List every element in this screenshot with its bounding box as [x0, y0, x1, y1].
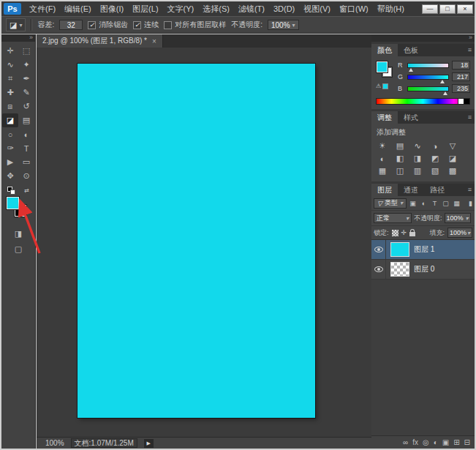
layer-0-name[interactable]: 图层 0	[414, 264, 434, 274]
panel-menu-icon[interactable]: ≡	[468, 46, 472, 53]
rectangular-marquee-tool[interactable]: ⬚	[18, 44, 34, 58]
layer-1-name[interactable]: 图层 1	[414, 244, 434, 255]
layer-row-1[interactable]: 图层 1	[371, 240, 475, 260]
panel-menu-icon[interactable]: ≡	[468, 186, 472, 193]
vibrance-icon[interactable]: ▽	[444, 140, 461, 152]
layer-group-icon[interactable]: ▣	[442, 438, 449, 446]
red-value-input[interactable]: 18	[452, 61, 470, 70]
filter-smart-object-icon[interactable]: ▦	[452, 200, 461, 207]
type-tool[interactable]: T	[18, 141, 34, 155]
tab-swatches[interactable]: 色板	[398, 44, 424, 56]
blur-tool[interactable]: ○	[2, 127, 18, 141]
document-canvas[interactable]	[78, 64, 315, 418]
contiguous-checkbox[interactable]: ✓ 连续	[133, 20, 159, 30]
white-chip[interactable]	[458, 99, 464, 104]
shape-tool[interactable]: ▭	[18, 155, 34, 169]
opacity-input[interactable]: 100% ▾	[268, 20, 299, 30]
curves-icon[interactable]: ∿	[409, 140, 426, 152]
selective-color-icon[interactable]: ▩	[444, 165, 461, 177]
layer-0-thumbnail[interactable]	[390, 262, 409, 277]
toolbar-collapse-icon[interactable]: »	[1, 34, 35, 42]
menu-select[interactable]: 选择(S)	[198, 1, 234, 16]
filter-pixel-icon[interactable]: ▣	[408, 200, 418, 207]
default-colors-icon[interactable]	[7, 187, 15, 195]
delete-layer-icon[interactable]: ⊟	[464, 438, 470, 446]
tab-styles[interactable]: 样式	[398, 111, 424, 124]
menu-filter[interactable]: 滤镜(T)	[234, 1, 269, 16]
levels-icon[interactable]: ▤	[391, 140, 409, 152]
screen-mode-button[interactable]: ▢	[15, 244, 22, 254]
close-button[interactable]: ×	[457, 4, 473, 14]
visibility-cell[interactable]	[371, 240, 386, 259]
menu-window[interactable]: 窗口(W)	[335, 1, 373, 16]
eyedropper-tool[interactable]: ✒	[18, 72, 34, 86]
tab-paths[interactable]: 路径	[424, 184, 450, 196]
tab-color[interactable]: 颜色	[371, 44, 398, 56]
eye-icon[interactable]	[374, 266, 383, 272]
gamut-warning[interactable]: ⚠	[376, 83, 388, 89]
panel-menu-icon[interactable]: ≡	[468, 113, 472, 121]
black-white-icon[interactable]: ◨	[409, 152, 426, 165]
layer-mask-icon[interactable]: ◎	[423, 438, 429, 446]
color-lookup-icon[interactable]: ▦	[374, 165, 391, 177]
layer-row-0[interactable]: 图层 0	[371, 260, 475, 280]
filter-toggle-icon[interactable]: ▮	[469, 200, 472, 207]
quick-mask-button[interactable]: ◨	[15, 229, 22, 239]
sample-all-layers-checkbox[interactable]: 对所有图层取样	[164, 20, 226, 30]
posterize-icon[interactable]: ▥	[409, 165, 426, 177]
dock-collapse-icon[interactable]: »	[371, 34, 475, 42]
minimize-button[interactable]: —	[422, 4, 438, 14]
adjustment-layer-icon[interactable]: ◐	[434, 438, 438, 446]
green-slider[interactable]	[407, 75, 449, 80]
red-slider[interactable]	[407, 63, 449, 68]
tab-layers[interactable]: 图层	[371, 184, 398, 196]
new-layer-icon[interactable]: ⊞	[453, 438, 459, 446]
color-balance-icon[interactable]: ◧	[391, 152, 409, 165]
link-layers-icon[interactable]: ∞	[403, 438, 408, 446]
layer-effects-icon[interactable]: fx	[412, 438, 418, 446]
hue-saturation-icon[interactable]: ◐	[374, 152, 391, 165]
canvas-area[interactable]	[37, 48, 374, 437]
document-tab[interactable]: 2.jpg @ 100% (图层 1, RGB/8) * ×	[37, 34, 163, 48]
menu-layer[interactable]: 图层(L)	[128, 1, 162, 16]
clone-stamp-tool[interactable]: ⧈	[2, 100, 18, 113]
zoom-tool[interactable]: ⊙	[18, 169, 34, 183]
antialias-checkbox[interactable]: ✓ 消除锯齿	[88, 20, 128, 30]
blue-value-input[interactable]: 235	[452, 84, 470, 93]
tab-adjustments[interactable]: 调整	[371, 111, 398, 124]
photo-filter-icon[interactable]: ◩	[426, 152, 444, 165]
red-slider-thumb[interactable]	[409, 68, 413, 72]
menu-image[interactable]: 图像(I)	[96, 1, 128, 16]
blue-slider-thumb[interactable]	[443, 91, 447, 95]
swap-colors-icon[interactable]: ⇄	[24, 187, 29, 194]
menu-view[interactable]: 视图(V)	[299, 1, 335, 16]
exposure-icon[interactable]: ◑	[426, 140, 444, 152]
brightness-contrast-icon[interactable]: ☀	[374, 140, 391, 152]
path-selection-tool[interactable]: ▶	[2, 155, 18, 169]
green-slider-thumb[interactable]	[440, 80, 445, 83]
eraser-tool[interactable]: ◪	[2, 113, 18, 127]
layer-1-thumbnail[interactable]	[390, 242, 409, 257]
dodge-tool[interactable]: ◐	[18, 127, 34, 141]
lock-all-icon[interactable]	[409, 232, 415, 236]
magic-wand-tool[interactable]: ✦	[18, 58, 34, 72]
fill-input[interactable]: 100% ▾	[447, 228, 472, 238]
filter-adjustment-icon[interactable]: ◐	[419, 200, 428, 207]
black-chip[interactable]	[464, 99, 469, 104]
maximize-button[interactable]: □	[439, 4, 456, 14]
lasso-tool[interactable]: ∿	[2, 58, 18, 72]
threshold-icon[interactable]: ▧	[426, 165, 444, 177]
invert-icon[interactable]: ◫	[391, 165, 409, 177]
pen-tool[interactable]: ✑	[2, 141, 18, 155]
panel-foreground-swatch[interactable]	[377, 61, 388, 72]
foreground-color-swatch[interactable]	[7, 197, 19, 209]
menu-edit[interactable]: 编辑(E)	[60, 1, 96, 16]
color-spectrum-ramp[interactable]	[376, 98, 470, 105]
layer-opacity-input[interactable]: 100% ▾	[445, 213, 471, 223]
brush-tool[interactable]: ✎	[18, 86, 34, 100]
crop-tool[interactable]: ⌗	[2, 72, 18, 86]
filter-shape-icon[interactable]: ▢	[441, 200, 450, 207]
menu-3d[interactable]: 3D(D)	[269, 1, 299, 16]
menu-type[interactable]: 文字(Y)	[163, 1, 199, 16]
channel-mixer-icon[interactable]: ◪	[444, 152, 461, 165]
